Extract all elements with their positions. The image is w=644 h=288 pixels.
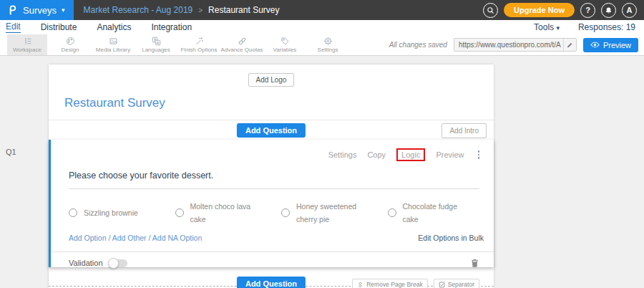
pencil-icon — [566, 42, 573, 49]
separator-button[interactable]: Separator — [434, 279, 479, 288]
preview-button[interactable]: Preview — [583, 38, 638, 52]
toolbar-item-languages[interactable]: Languages — [136, 34, 176, 55]
option-molten-choco-lava-cake[interactable]: Molten choco lava cake — [175, 200, 282, 226]
delete-question-button[interactable] — [470, 258, 479, 268]
responses-count[interactable]: Responses: 19 — [578, 22, 635, 32]
option-links-row: Add Option / Add Other / Add NA Option E… — [69, 234, 484, 242]
question-logic-link[interactable]: Logic — [396, 148, 425, 161]
workspace-icon — [23, 37, 32, 46]
image-icon — [109, 37, 118, 46]
question-number-label: Q1 — [6, 148, 16, 156]
tab-edit[interactable]: Edit — [6, 21, 21, 33]
add-logo-button[interactable]: Add Logo — [248, 73, 295, 87]
help-icon: ? — [585, 6, 590, 14]
toolbar-label: Design — [62, 47, 79, 53]
toolbar-label: Workspace — [13, 47, 42, 53]
help-button[interactable]: ? — [580, 3, 595, 18]
survey-url-input[interactable] — [454, 41, 563, 49]
validation-control: Validation — [69, 259, 127, 267]
question-options: Sizzling brownie Molten choco lava cake … — [69, 200, 494, 226]
add-option-link[interactable]: Add Option — [69, 234, 107, 242]
link-separator: / — [149, 234, 151, 242]
workspace-area: Q1 Add Logo Restaurant Survey Add Questi… — [0, 56, 644, 288]
avatar[interactable]: A — [622, 3, 637, 18]
tab-integration[interactable]: Integration — [151, 22, 192, 33]
add-na-option-link[interactable]: Add NA Option — [152, 234, 202, 242]
toolbar-item-variables[interactable]: Variables — [265, 34, 305, 55]
tab-analytics[interactable]: Analytics — [97, 22, 131, 33]
breadcrumb-current: Restaurant Survey — [208, 5, 279, 15]
option-sizzling-brownie[interactable]: Sizzling brownie — [69, 200, 175, 226]
add-intro-button[interactable]: Add Intro — [441, 123, 487, 138]
option-label: Molten choco lava cake — [190, 200, 259, 226]
edit-toolbar: Workspace Design Media Library Languages… — [0, 34, 644, 56]
validation-toggle[interactable] — [109, 259, 127, 267]
survey-title[interactable]: Restaurant Survey — [64, 96, 494, 110]
tools-label: Tools — [534, 22, 554, 32]
toolbar-item-design[interactable]: Design — [50, 34, 90, 55]
question-text-field[interactable]: Please choose your favorite dessert. — [69, 168, 479, 189]
upgrade-now-button[interactable]: Upgrade Now — [504, 3, 575, 17]
question-preview-link[interactable]: Preview — [436, 150, 464, 159]
save-status-text: All changes saved — [389, 41, 447, 49]
option-label: Honey sweetened cherry pie — [296, 200, 365, 226]
tools-dropdown[interactable]: Tools ▾ — [534, 22, 560, 32]
nav-right: Tools ▾ Responses: 19 — [534, 22, 635, 32]
edit-url-button[interactable] — [563, 39, 576, 51]
question-more-menu[interactable] — [475, 150, 483, 159]
add-question-button-bottom[interactable]: Add Question — [237, 277, 306, 288]
wand-icon — [195, 37, 204, 46]
top-bar: Surveys ▾ Market Research - Aug 2019 > R… — [0, 0, 644, 20]
tab-distribute[interactable]: Distribute — [41, 22, 77, 33]
survey-actions-row: Add Question Add Intro — [49, 120, 494, 140]
remove-page-break-label: Remove Page Break — [366, 281, 422, 288]
toolbar-label: Variables — [273, 47, 297, 53]
survey-nav: Edit Distribute Analytics Integration To… — [0, 20, 644, 34]
gear-icon — [323, 37, 333, 46]
toolbar-right: All changes saved Preview — [389, 34, 638, 55]
toolbar-item-finish-options[interactable]: Finish Options — [179, 34, 219, 55]
remove-page-break-button[interactable]: Remove Page Break — [352, 279, 427, 288]
toolbar-label: Advance Quotas — [220, 47, 263, 53]
tag-icon — [280, 37, 290, 46]
chevron-down-icon: ▾ — [556, 24, 560, 32]
page-break-controls: Remove Page Break Separator — [352, 279, 479, 288]
option-label: Chocolate fudge cake — [403, 200, 472, 226]
radio-icon[interactable] — [175, 208, 184, 217]
add-other-link[interactable]: Add Other — [112, 234, 147, 242]
dot — [478, 154, 480, 156]
breadcrumb-separator: > — [198, 6, 203, 14]
page-break-row: Add Question Remove Page Break Separator — [49, 274, 494, 288]
question-block: Settings Copy Logic Preview Please choos… — [49, 140, 494, 267]
notifications-button[interactable] — [601, 3, 616, 18]
dot — [478, 150, 480, 153]
question-copy-link[interactable]: Copy — [367, 150, 386, 159]
breadcrumb-parent[interactable]: Market Research - Aug 2019 — [84, 5, 193, 15]
question-settings-link[interactable]: Settings — [328, 150, 357, 159]
edit-options-in-bulk-link[interactable]: Edit Options in Bulk — [418, 234, 484, 242]
surveys-menu[interactable]: Surveys ▾ — [0, 0, 74, 20]
questionpro-logo-icon — [7, 4, 18, 16]
radio-icon[interactable] — [388, 208, 396, 217]
bell-icon — [605, 6, 613, 14]
checkbox-checked-icon — [439, 282, 445, 288]
question-text: Please choose your favorite dessert. — [69, 171, 213, 181]
option-label: Sizzling brownie — [84, 206, 152, 219]
link-separator: / — [108, 234, 110, 242]
validation-label: Validation — [69, 259, 103, 267]
topbar-actions: Upgrade Now ? A — [483, 3, 637, 18]
breadcrumb: Market Research - Aug 2019 > Restaurant … — [84, 5, 280, 15]
toolbar-item-settings[interactable]: Settings — [308, 34, 348, 55]
add-question-button-top[interactable]: Add Question — [237, 123, 306, 138]
radio-icon[interactable] — [69, 208, 77, 217]
option-chocolate-fudge-cake[interactable]: Chocolate fudge cake — [388, 200, 494, 226]
radio-icon[interactable] — [281, 208, 290, 217]
option-honey-sweetened-cherry-pie[interactable]: Honey sweetened cherry pie — [281, 200, 388, 226]
toolbar-item-workspace[interactable]: Workspace — [7, 34, 47, 55]
toolbar-item-advance-quotas[interactable]: Advance Quotas — [222, 34, 262, 55]
toggle-knob — [108, 258, 119, 269]
search-button[interactable] — [483, 3, 498, 18]
toolbar-item-media-library[interactable]: Media Library — [93, 34, 133, 55]
unlink-icon — [357, 282, 364, 288]
toolbar-label: Media Library — [96, 47, 130, 53]
